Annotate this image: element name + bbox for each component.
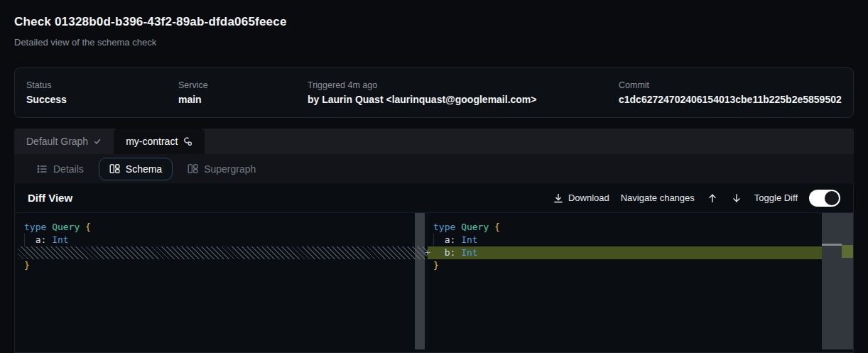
tab-default-graph-label: Default Graph — [26, 136, 88, 147]
toggle-diff-label: Toggle Diff — [754, 192, 798, 203]
code-line: } — [428, 259, 853, 272]
tab-details[interactable]: Details — [27, 158, 93, 180]
tab-details-label: Details — [53, 163, 84, 175]
tab-schema-label: Schema — [126, 163, 162, 175]
triggered-value: by Laurin Quast <laurinquast@googlemail.… — [308, 94, 619, 105]
commit-value: c1dc62724702406154013cbe11b225b2e5859502 — [619, 94, 842, 105]
added-change-marker — [842, 245, 853, 258]
tab-schema[interactable]: Schema — [99, 158, 173, 180]
download-button[interactable]: Download — [553, 192, 609, 203]
service-value: main — [178, 94, 308, 105]
commit-label: Commit — [619, 80, 842, 90]
tab-my-contract-label: my-contract — [126, 136, 178, 147]
page-title: Check 01328b0d-b396-43f2-89ab-dfda065fee… — [14, 14, 854, 30]
next-change-button[interactable] — [730, 193, 743, 203]
status-value: Success — [26, 94, 178, 105]
diff-editor: type Query { a: Int} type Query { a: Int… — [15, 213, 853, 352]
navigate-changes-label: Navigate changes — [621, 192, 695, 203]
panels-icon — [188, 163, 198, 174]
download-label: Download — [568, 192, 609, 203]
status-field: Status Success — [26, 80, 178, 105]
diff-toolbar: Diff View Download Navigate changes — [15, 183, 853, 213]
diff-controls: Download Navigate changes Toggle Diff — [553, 190, 840, 207]
tab-default-graph[interactable]: Default Graph — [14, 129, 114, 154]
arrow-up-icon — [707, 193, 717, 203]
code-line: a: Int — [428, 234, 853, 246]
page-subtitle: Detailed view of the schema check — [14, 37, 854, 48]
modified-code: type Query { a: Int+ b: Int} — [428, 221, 853, 272]
download-icon — [553, 193, 563, 203]
graph-tabs-bar: Default Graph my-contract — [14, 129, 854, 154]
toggle-diff-switch[interactable] — [809, 190, 840, 207]
tab-supergraph[interactable]: Supergraph — [178, 158, 265, 180]
service-label: Service — [178, 80, 308, 90]
diff-panel: Diff View Download Navigate changes — [14, 183, 854, 353]
diff-filler-line — [18, 246, 427, 259]
original-scrollbar[interactable] — [415, 213, 425, 349]
diff-editor-original: type Query { a: Int} — [15, 213, 427, 352]
code-line: type Query { — [428, 221, 853, 234]
contract-icon — [183, 136, 192, 146]
page: Check 01328b0d-b396-43f2-89ab-dfda065fee… — [0, 0, 868, 353]
code-line: a: Int — [15, 234, 427, 246]
original-code: type Query { a: Int} — [15, 221, 427, 272]
modified-scrollbar[interactable] — [822, 213, 853, 349]
page-header: Check 01328b0d-b396-43f2-89ab-dfda065fee… — [14, 0, 854, 48]
triggered-field: Triggered 4m ago by Laurin Quast <laurin… — [308, 80, 619, 105]
commit-field: Commit c1dc62724702406154013cbe11b225b2e… — [619, 80, 842, 105]
check-summary-card: Status Success Service main Triggered 4m… — [14, 67, 854, 118]
previous-change-button[interactable] — [706, 193, 719, 203]
diff-view-title: Diff View — [28, 192, 72, 204]
status-label: Status — [26, 80, 178, 90]
diff-added-line: + b: Int — [428, 246, 853, 259]
view-tabs-bar: Details Schema Supergraph — [14, 154, 854, 183]
switch-knob — [825, 191, 839, 205]
service-field: Service main — [178, 80, 308, 105]
added-line-gutter: + — [425, 246, 430, 259]
code-line: } — [15, 259, 427, 272]
panels-icon — [109, 163, 120, 174]
check-icon — [93, 137, 102, 146]
code-line: type Query { — [15, 221, 427, 234]
tab-my-contract[interactable]: my-contract — [114, 129, 205, 154]
scrollbar-thumb-edge — [822, 244, 842, 246]
triggered-label: Triggered 4m ago — [308, 80, 619, 90]
navigate-changes-button[interactable]: Navigate changes — [621, 192, 695, 203]
list-icon — [36, 163, 48, 175]
tab-supergraph-label: Supergraph — [204, 163, 256, 175]
diff-editor-modified: type Query { a: Int+ b: Int} — [427, 213, 853, 352]
arrow-down-icon — [732, 193, 742, 203]
